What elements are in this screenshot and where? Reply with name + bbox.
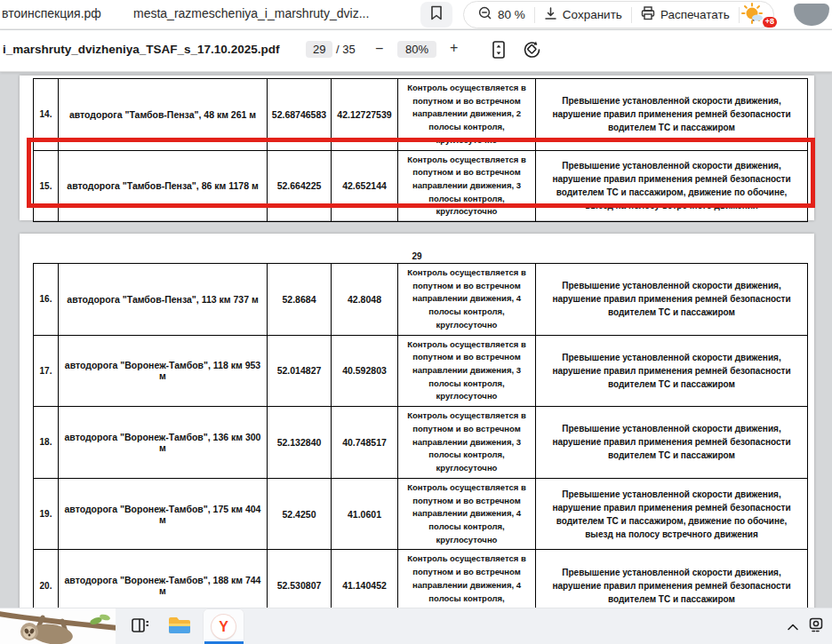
cell-road: автодорога "Тамбов-Пенза", 48 км 261 м <box>59 79 268 151</box>
cell-control: Контроль осуществляется в попутном и во … <box>398 150 536 222</box>
zoom-level-value[interactable]: 80% <box>397 41 436 58</box>
weather-widget[interactable]: +8 <box>740 2 775 28</box>
cell-control: Контроль осуществляется в попутном и во … <box>398 264 536 336</box>
printer-icon <box>641 6 655 23</box>
print-button[interactable]: Распечатать <box>632 2 739 28</box>
pdf-content-area[interactable]: 14.автодорога "Тамбов-Пенза", 48 км 261 … <box>0 72 832 644</box>
cell-lat: 52.8684 <box>268 264 332 336</box>
table-row: 17.автодорога "Воронеж-Тамбов", 118 км 9… <box>34 335 808 407</box>
profile-avatar[interactable] <box>794 4 829 26</box>
current-page-input[interactable]: 29 <box>306 41 332 58</box>
cell-road: автодорога "Воронеж-Тамбов", 175 км 404 … <box>59 478 268 550</box>
tab-gosavtoinspekciya[interactable]: втоинспекция.рф <box>2 6 117 20</box>
folder-icon <box>168 616 191 639</box>
cell-num: 18. <box>34 407 59 479</box>
print-button-label: Распечатать <box>660 8 730 21</box>
cell-road: автодорога "Тамбов-Пенза", 86 км 1178 м <box>59 150 268 222</box>
pdf-page-28: 14.автодорога "Тамбов-Пенза", 48 км 261 … <box>20 76 814 220</box>
cell-lon: 40.748517 <box>332 407 398 479</box>
pdf-filename: i_marshruty_dvizheniya_TSAF_s_17.10.2025… <box>3 43 279 56</box>
cell-lon: 42.652144 <box>332 150 398 222</box>
yandex-browser-button[interactable]: Y <box>203 608 244 644</box>
cell-lon: 42.12727539 <box>332 79 398 151</box>
save-button[interactable]: Сохранить <box>535 2 631 28</box>
browser-topbar: втоинспекция.рф mesta_razmescheniya_i_ma… <box>0 0 832 29</box>
table-row: 18.автодорога "Воронеж-Тамбов", 136 км 3… <box>34 407 808 479</box>
cell-violations: Превышение установленной скорости движен… <box>536 335 808 407</box>
pdf-action-bar: 80 % Сохранить Распечатать ⋮ <box>463 1 774 28</box>
cell-lat: 52.68746583 <box>268 79 332 151</box>
yandex-browser-icon: Y <box>212 615 236 639</box>
tab-active-pdf[interactable]: mesta_razmescheniya_i_marshruty_dviz... <box>133 6 409 20</box>
cell-num: 14. <box>34 79 59 151</box>
temperature-badge: +8 <box>763 17 777 28</box>
table-row: 15.автодорога "Тамбов-Пенза", 86 км 1178… <box>34 150 808 222</box>
rotate-page-button[interactable] <box>523 40 542 63</box>
bookmark-button[interactable] <box>420 2 452 28</box>
cell-control: Контроль осуществляется в попутном и во … <box>398 478 536 550</box>
cell-num: 15. <box>34 150 59 222</box>
cell-lon: 42.8048 <box>332 264 398 336</box>
download-icon <box>544 7 557 23</box>
cell-lat: 52.4250 <box>268 478 332 550</box>
fit-page-button[interactable] <box>491 40 507 63</box>
tray-camera-icon[interactable] <box>808 617 825 636</box>
zoom-out-icon <box>478 6 492 23</box>
table-row: 19.автодорога "Воронеж-Тамбов", 175 км 4… <box>34 478 808 550</box>
page-number-label: 29 <box>20 251 814 261</box>
cell-violations: Превышение установленной скорости движен… <box>536 264 808 336</box>
sloth-wallpaper <box>0 608 116 644</box>
system-tray <box>787 608 825 644</box>
zoom-in-button[interactable]: + <box>450 40 458 56</box>
cell-lon: 40.592803 <box>332 335 398 407</box>
task-view-button[interactable] <box>124 608 156 644</box>
bookmark-icon <box>430 5 443 24</box>
pdf-page-29: 29 16.автодорога "Тамбов-Пенза", 113 км … <box>20 234 814 644</box>
cell-lat: 52.664225 <box>268 150 332 222</box>
cell-violations: Превышение установленной скорости движен… <box>536 407 808 479</box>
cell-violations: Превышение установленной скорости движен… <box>536 478 808 550</box>
cell-control: Контроль осуществляется в попутном и во … <box>398 335 536 407</box>
cell-lat: 52.014827 <box>268 335 332 407</box>
cell-road: автодорога "Тамбов-Пенза", 113 км 737 м <box>59 264 268 336</box>
cell-control: Контроль осуществляется в попутном и во … <box>398 407 536 479</box>
file-explorer-button[interactable] <box>162 608 197 644</box>
cell-road: автодорога "Воронеж-Тамбов", 136 км 300 … <box>59 407 268 479</box>
zoom-indicator-label: 80 % <box>498 8 525 21</box>
cell-lat: 52.132840 <box>268 407 332 479</box>
windows-taskbar: Y <box>0 608 832 644</box>
pdf-viewer-toolbar: i_marshruty_dvizheniya_TSAF_s_17.10.2025… <box>0 30 832 72</box>
zoom-indicator-button[interactable]: 80 % <box>469 2 534 28</box>
cell-control: Контроль осуществляется в попутном и во … <box>398 79 536 151</box>
cell-num: 16. <box>34 264 59 336</box>
cell-num: 17. <box>34 335 59 407</box>
cell-violations: Превышение установленной скорости движен… <box>536 150 808 222</box>
cell-violations: Превышение установленной скорости движен… <box>536 79 808 151</box>
cell-lon: 41.0601 <box>332 478 398 550</box>
table-row: 16.автодорога "Тамбов-Пенза", 113 км 737… <box>34 264 808 336</box>
cell-road: автодорога "Воронеж-Тамбов", 118 км 953 … <box>59 335 268 407</box>
save-button-label: Сохранить <box>563 8 622 21</box>
tray-chevron-up-icon[interactable] <box>787 619 799 635</box>
page-total-label: / 35 <box>336 43 356 56</box>
locations-table-page29: 16.автодорога "Тамбов-Пенза", 113 км 737… <box>33 263 808 644</box>
locations-table-page28: 14.автодорога "Тамбов-Пенза", 48 км 261 … <box>33 78 808 222</box>
cell-num: 19. <box>34 478 59 550</box>
zoom-out-button[interactable]: − <box>375 41 383 57</box>
browser-window: втоинспекция.рф mesta_razmescheniya_i_ma… <box>0 0 832 644</box>
table-row: 14.автодорога "Тамбов-Пенза", 48 км 261 … <box>34 79 808 151</box>
task-view-icon <box>132 617 149 637</box>
